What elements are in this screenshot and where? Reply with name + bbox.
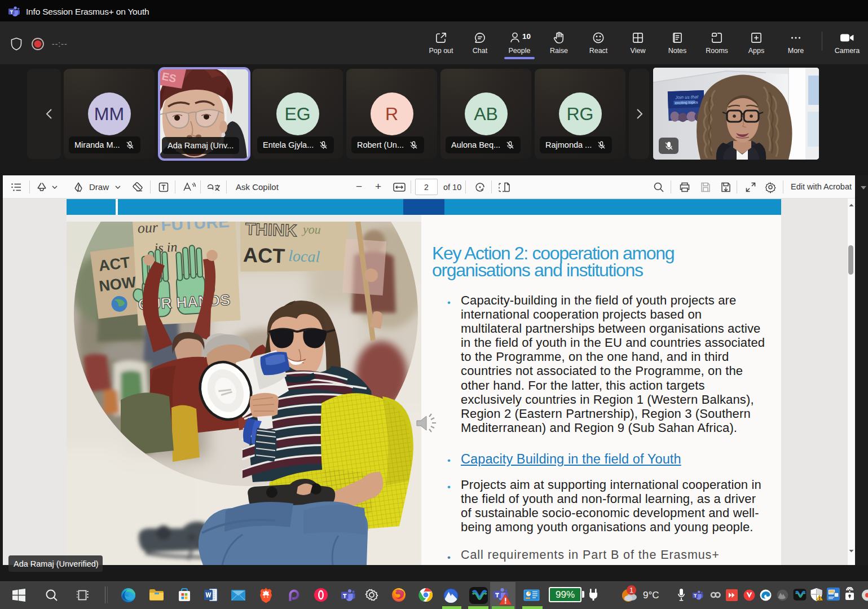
svg-text:local: local: [288, 247, 320, 266]
svg-text:our: our: [137, 222, 158, 236]
svg-text:ACT: ACT: [243, 243, 285, 268]
svg-text:you: you: [302, 222, 321, 237]
svg-text:10: 10: [522, 32, 531, 41]
svg-text:THINK: THINK: [245, 222, 297, 240]
svg-text:Join us that: Join us that: [675, 94, 699, 100]
